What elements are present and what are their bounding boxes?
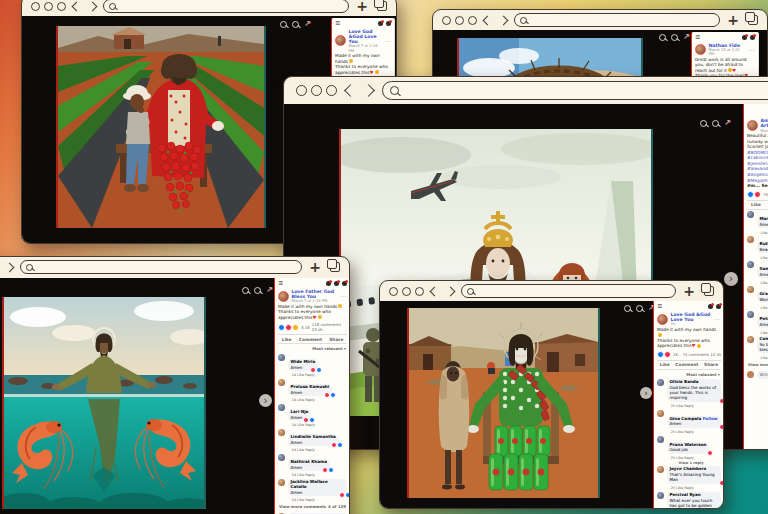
share-button[interactable]: Share [704, 362, 718, 367]
post-author[interactable]: Love God &God Love You [671, 312, 713, 323]
window-zoom-button[interactable] [57, 2, 66, 11]
plus-icon[interactable] [326, 281, 331, 286]
reactions-row[interactable]: 7K [744, 189, 768, 199]
address-bar[interactable] [20, 260, 302, 274]
avatar[interactable] [657, 314, 668, 325]
notifications-icon[interactable] [716, 304, 721, 309]
messenger-icon[interactable] [378, 21, 383, 26]
window-controls[interactable] [31, 2, 66, 11]
zoom-out-icon[interactable] [712, 120, 719, 127]
tab-overview-icon[interactable] [748, 15, 758, 25]
avatar[interactable] [278, 291, 289, 302]
bottle-jesus-photo[interactable] [409, 308, 598, 498]
notifications-icon[interactable] [750, 35, 755, 40]
back-button[interactable] [72, 1, 82, 11]
post-author[interactable]: Love Father God Bless You [292, 289, 339, 300]
hashtag-link[interactable]: #AngelinaJolie [747, 172, 768, 178]
new-tab-button[interactable]: + [727, 13, 739, 27]
notifications-icon[interactable] [386, 21, 391, 26]
commenter-name[interactable]: Jacklina Wallace Catallo [291, 480, 345, 490]
post-options-icon[interactable]: ··· [385, 38, 391, 44]
menu-icon[interactable]: ≡ [657, 303, 662, 310]
window-minimize-button[interactable] [311, 85, 322, 96]
address-bar[interactable] [461, 284, 676, 298]
commenter-avatar[interactable] [278, 479, 285, 486]
share-button[interactable]: Share [329, 337, 343, 342]
forward-button[interactable] [446, 286, 456, 296]
back-button[interactable] [430, 286, 440, 296]
back-button[interactable] [483, 15, 493, 25]
commenter-avatar[interactable] [278, 454, 285, 461]
comment-button[interactable]: Comment [675, 362, 698, 367]
commenter-avatar[interactable] [278, 429, 285, 436]
tab-overview-icon[interactable] [704, 286, 714, 296]
fullscreen-icon[interactable]: ↗ [724, 119, 731, 127]
commenter-avatar[interactable] [657, 492, 664, 499]
post-options-icon[interactable]: ··· [715, 316, 721, 322]
zoom-in-icon[interactable] [624, 305, 631, 312]
forward-button[interactable] [5, 262, 15, 272]
zoom-out-icon[interactable] [254, 287, 261, 294]
view-more-comments-link[interactable]: View more comments [279, 504, 326, 509]
forward-button[interactable] [499, 15, 509, 25]
view-more-comments-link[interactable]: View more comments [748, 362, 768, 367]
sort-dropdown[interactable]: Most relevant ▾ [275, 344, 349, 352]
comment-count[interactable]: 118 comments 23 sh [312, 322, 347, 332]
post-author[interactable]: Love God &God Love You [349, 29, 383, 45]
back-button[interactable] [344, 84, 357, 97]
notifications-icon[interactable] [342, 281, 347, 286]
messenger-icon[interactable] [708, 304, 713, 309]
commenter-avatar[interactable] [747, 211, 754, 218]
comment-button[interactable]: Comment [299, 337, 322, 342]
next-photo-button[interactable]: › [640, 387, 652, 399]
zoom-out-icon[interactable] [636, 305, 643, 312]
see-more-link[interactable]: #m... See more [747, 183, 768, 189]
reactions-row[interactable]: 1K 74 comments 12 sh [654, 349, 723, 359]
commenter-avatar[interactable] [747, 311, 754, 318]
forward-button[interactable] [88, 1, 98, 11]
post-options-icon[interactable]: ··· [341, 293, 347, 299]
comment-actions[interactable]: 2h Like Reply [671, 486, 722, 490]
forward-button[interactable] [362, 84, 375, 97]
comment-actions[interactable]: 1d Like Reply [292, 473, 331, 477]
reactions-row[interactable]: 3.1K 118 comments 23 sh [275, 320, 349, 333]
comment-actions[interactable]: 2h Like Reply [671, 430, 721, 434]
sort-dropdown[interactable]: Most relevant ▾ [654, 370, 723, 378]
next-photo-button[interactable]: › [724, 272, 738, 286]
zoom-out-icon[interactable] [671, 34, 678, 41]
window-close-button[interactable] [296, 85, 307, 96]
new-tab-button[interactable]: + [683, 284, 695, 298]
comment-actions[interactable]: 1d Like Reply [292, 498, 348, 502]
comment-actions[interactable]: Like · Reply [761, 331, 768, 335]
window-zoom-button[interactable] [468, 16, 477, 25]
window-minimize-button[interactable] [402, 287, 411, 296]
window-controls[interactable] [442, 16, 477, 25]
window-close-button[interactable] [389, 287, 398, 296]
follow-link[interactable]: Follow [703, 416, 718, 421]
zoom-in-icon[interactable] [280, 21, 287, 28]
zoom-in-icon[interactable] [242, 287, 249, 294]
zoom-in-icon[interactable] [700, 120, 707, 127]
comment-actions[interactable]: Like · Reply [761, 306, 768, 310]
address-bar[interactable] [514, 13, 720, 27]
commenter-avatar[interactable] [278, 404, 285, 411]
strawberry-jesus-photo[interactable] [58, 26, 264, 228]
window-minimize-button[interactable] [455, 16, 464, 25]
commenter-avatar[interactable] [657, 436, 664, 443]
comment-composer[interactable]: Write a comment... [744, 369, 768, 381]
commenter-avatar[interactable] [278, 379, 285, 386]
menu-icon[interactable]: ≡ [335, 20, 340, 27]
messenger-icon[interactable] [742, 35, 747, 40]
comment-actions[interactable]: 2h Like Reply [671, 456, 710, 460]
address-bar[interactable] [382, 81, 768, 100]
new-tab-button[interactable]: + [356, 0, 368, 13]
comment-actions[interactable]: 1d Like Reply [292, 423, 315, 427]
window-close-button[interactable] [31, 2, 40, 11]
new-tab-button[interactable]: + [309, 260, 321, 274]
window-zoom-button[interactable] [326, 85, 337, 96]
comment-count[interactable]: 74 comments 12 sh [682, 352, 721, 357]
avatar[interactable] [695, 44, 706, 55]
like-button[interactable]: Like [751, 202, 761, 207]
window-close-button[interactable] [442, 16, 451, 25]
fullscreen-icon[interactable]: ↗ [304, 20, 311, 28]
